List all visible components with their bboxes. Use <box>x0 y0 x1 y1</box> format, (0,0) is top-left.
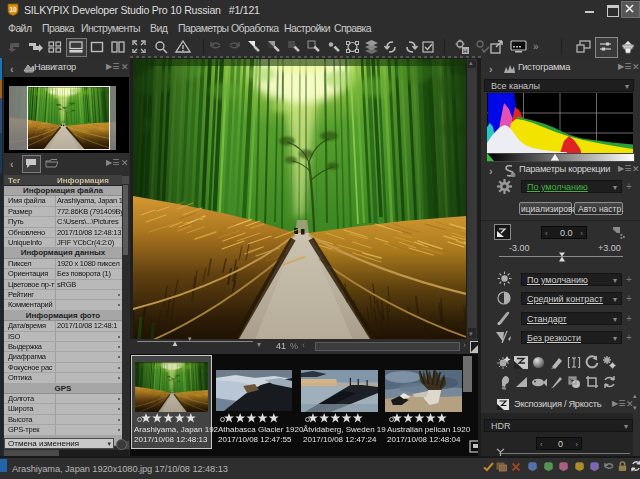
svg-text:10: 10 <box>9 6 17 13</box>
svg-text:H: H <box>463 48 467 54</box>
